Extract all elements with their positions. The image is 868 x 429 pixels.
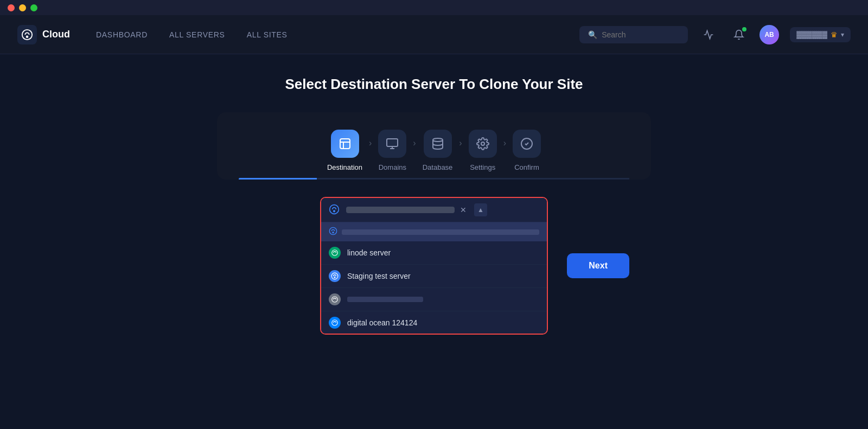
step-confirm-icon bbox=[513, 130, 541, 158]
search-input[interactable] bbox=[602, 30, 679, 39]
step-arrow-4: › bbox=[497, 138, 513, 148]
step-settings-icon bbox=[469, 130, 497, 158]
step-domains[interactable]: Domains bbox=[378, 130, 406, 171]
dropdown-item-staging[interactable]: Staging test server bbox=[321, 265, 547, 288]
dropdown-search-bar bbox=[342, 229, 539, 235]
staging-icon bbox=[329, 270, 341, 282]
svg-point-15 bbox=[332, 320, 338, 326]
steps-row: Destination › Domains › bbox=[239, 130, 629, 171]
svg-rect-1 bbox=[340, 139, 350, 149]
search-bar[interactable]: 🔍 bbox=[579, 26, 688, 43]
inactive-underline bbox=[317, 178, 629, 180]
dropdown-item-digitalocean[interactable]: digital ocean 124124 bbox=[321, 311, 547, 334]
svg-point-14 bbox=[332, 297, 338, 303]
logo-area: Cloud bbox=[17, 25, 70, 44]
nav-dashboard[interactable]: DASHBOARD bbox=[96, 30, 148, 39]
nav-links: DASHBOARD ALL SERVERS ALL SITES bbox=[96, 30, 579, 39]
server-select-dropdown[interactable]: ✕ ▲ bbox=[320, 197, 548, 335]
svg-point-10 bbox=[334, 210, 335, 212]
step-database-label: Database bbox=[423, 163, 453, 171]
blurred-icon bbox=[329, 293, 341, 305]
svg-point-0 bbox=[27, 36, 28, 37]
dropdown-search-logo bbox=[329, 227, 337, 237]
step-database[interactable]: Database bbox=[423, 130, 453, 171]
dropdown-chevron-icon[interactable]: ▲ bbox=[474, 203, 487, 216]
dropdown-header[interactable]: ✕ ▲ bbox=[321, 198, 547, 222]
staging-server-label: Staging test server bbox=[347, 272, 411, 280]
step-arrow-1: › bbox=[362, 138, 378, 148]
dropdown-list[interactable]: linode server Staging test server bbox=[321, 241, 547, 334]
step-destination[interactable]: Destination bbox=[327, 130, 362, 171]
step-settings[interactable]: Settings bbox=[469, 130, 497, 171]
step-arrow-3: › bbox=[452, 138, 468, 148]
nav-all-sites[interactable]: ALL SITES bbox=[247, 30, 288, 39]
svg-point-11 bbox=[333, 232, 334, 233]
logo-text: Cloud bbox=[42, 29, 70, 40]
steps-card: Destination › Domains › bbox=[217, 112, 651, 180]
svg-point-13 bbox=[334, 277, 335, 278]
digitalocean-label: digital ocean 124124 bbox=[347, 318, 417, 327]
activity-icon[interactable] bbox=[699, 25, 718, 44]
dropdown-clear-icon[interactable]: ✕ bbox=[460, 206, 467, 214]
blurred-server-label bbox=[347, 297, 423, 302]
next-button[interactable]: Next bbox=[567, 253, 629, 278]
main-content: Select Destination Server To Clone Your … bbox=[0, 54, 868, 429]
minimize-button[interactable] bbox=[19, 4, 26, 11]
page-title: Select Destination Server To Clone Your … bbox=[285, 76, 583, 93]
avatar: AB bbox=[760, 25, 779, 44]
maximize-button[interactable] bbox=[30, 4, 37, 11]
step-destination-label: Destination bbox=[327, 163, 362, 171]
logo-icon bbox=[17, 25, 37, 44]
notification-icon[interactable] bbox=[729, 25, 749, 44]
step-domains-label: Domains bbox=[379, 163, 406, 171]
dropdown-logo-icon bbox=[329, 204, 341, 216]
dropdown-search-row bbox=[321, 222, 547, 241]
step-database-icon bbox=[424, 130, 452, 158]
dropdown-item-blurred[interactable] bbox=[321, 288, 547, 311]
crown-icon: ♛ bbox=[831, 30, 838, 39]
linode-server-label: linode server bbox=[347, 248, 391, 257]
steps-underline bbox=[239, 178, 629, 180]
step-settings-label: Settings bbox=[470, 163, 495, 171]
username-area[interactable]: ▓▓▓▓▓▓ ♛ ▾ bbox=[790, 27, 851, 42]
navbar: Cloud DASHBOARD ALL SERVERS ALL SITES 🔍 … bbox=[0, 15, 868, 54]
step-domains-icon bbox=[378, 130, 406, 158]
dropdown-area: ✕ ▲ bbox=[217, 197, 651, 335]
dropdown-item-linode[interactable]: linode server bbox=[321, 241, 547, 265]
svg-point-12 bbox=[332, 250, 338, 256]
step-arrow-2: › bbox=[406, 138, 422, 148]
linode-icon bbox=[329, 247, 341, 259]
svg-point-8 bbox=[481, 142, 484, 145]
digitalocean-icon bbox=[329, 317, 341, 329]
svg-point-7 bbox=[433, 138, 443, 142]
notification-dot bbox=[742, 27, 746, 31]
dropdown-selected-value bbox=[346, 207, 455, 213]
nav-all-servers[interactable]: ALL SERVERS bbox=[169, 30, 225, 39]
svg-rect-4 bbox=[387, 139, 398, 146]
chevron-down-icon: ▾ bbox=[841, 31, 844, 39]
step-confirm[interactable]: Confirm bbox=[513, 130, 541, 171]
nav-right: 🔍 AB ▓▓▓▓▓▓ ♛ ▾ bbox=[579, 25, 851, 44]
active-underline bbox=[239, 178, 317, 180]
window-chrome bbox=[0, 0, 868, 15]
close-button[interactable] bbox=[8, 4, 15, 11]
step-confirm-label: Confirm bbox=[514, 163, 539, 171]
username-text: ▓▓▓▓▓▓ bbox=[796, 30, 827, 39]
search-icon: 🔍 bbox=[588, 30, 597, 39]
step-destination-icon bbox=[331, 130, 359, 158]
